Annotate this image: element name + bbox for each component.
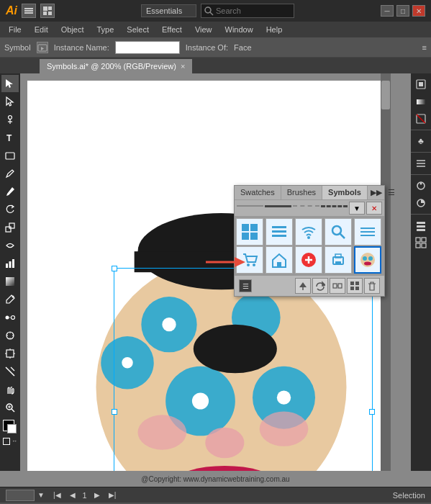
delete-symbol-button[interactable] [364,278,380,294]
pencil-tool[interactable] [1,165,19,182]
symbol-sprayer-tool[interactable] [1,327,19,344]
link-button[interactable] [330,278,345,294]
right-color-btn[interactable] [413,76,429,92]
right-opacity-btn[interactable] [413,195,429,211]
panel-tab-overflow[interactable]: ▶▶ [368,186,385,199]
symbols-grid-view-btn[interactable] [347,278,363,294]
menu-window[interactable]: Window [219,24,259,35]
maximize-button[interactable]: □ [396,5,409,17]
symbol-printer-icon[interactable] [325,246,352,274]
menu-help[interactable]: Help [260,24,289,35]
menu-file[interactable]: File [3,24,27,35]
panel-tabs: Swatches Brushes Symbols ▶▶ ☰ [235,186,384,200]
tab-symbols[interactable]: Symbols [322,186,368,199]
right-lines-btn[interactable] [413,156,429,171]
instance-name-input[interactable] [115,41,180,54]
svg-rect-96 [355,287,359,290]
menu-edit[interactable]: Edit [29,24,54,35]
symbol-plus-icon[interactable] [295,246,322,274]
line-style-3[interactable] [293,205,319,211]
gradient-tool[interactable] [1,273,19,290]
slice-tool[interactable] [1,363,19,380]
menu-view[interactable]: View [189,24,218,35]
first-page-btn[interactable]: |◀ [52,491,63,499]
rotate-tool[interactable] [1,201,19,218]
panel-menu-button[interactable]: ☰ [385,186,398,199]
symbol-grid-icon[interactable] [236,218,263,246]
panel-footer-list-btn[interactable]: ☰ [239,279,252,292]
line-style-2[interactable] [265,205,291,211]
right-layers-btn[interactable] [413,217,429,233]
menu-type[interactable]: Type [91,24,120,35]
artboard-tool[interactable] [1,345,19,362]
next-page-btn[interactable]: ▶ [93,491,101,499]
symbol-lines-icon[interactable] [266,218,293,246]
canvas-area[interactable]: Swatches Brushes Symbols ▶▶ ☰ ▼ ✕ [20,73,411,471]
graph-tool[interactable] [1,255,19,272]
brush-tool[interactable] [1,183,19,200]
warp-tool[interactable] [1,237,19,254]
menu-select[interactable]: Select [121,24,155,35]
right-clover-btn[interactable]: ♣ [413,133,429,149]
direct-selection-tool[interactable] [1,93,19,110]
close-button[interactable]: ✕ [412,5,425,17]
tab-swatches[interactable]: Swatches [235,186,281,199]
symbol-lines2-icon[interactable] [354,218,381,246]
panel-dropdown-btn[interactable]: ▼ [349,202,365,215]
right-gradient-btn[interactable] [413,94,429,109]
svg-rect-20 [12,259,14,268]
place-symbol-button[interactable] [295,278,311,294]
search-input[interactable] [214,5,286,17]
right-circle-btn[interactable] [413,178,429,194]
type-tool[interactable]: T [1,129,19,146]
workspace-dropdown[interactable]: Essentials [141,4,196,17]
shape-tool[interactable] [1,147,19,164]
zoom-tool[interactable] [1,399,19,416]
right-artboards-btn[interactable] [413,235,429,251]
svg-line-8 [210,12,213,15]
zoom-input[interactable]: 200% [6,490,35,501]
symbol-house-icon[interactable] [266,246,293,274]
prev-page-btn[interactable]: ◀ [68,491,77,499]
selection-tool[interactable] [1,75,19,92]
scale-tool[interactable] [1,219,19,236]
panel-icon[interactable] [22,4,36,18]
svg-point-7 [205,7,211,13]
svg-rect-4 [48,6,52,10]
svg-rect-31 [6,350,14,357]
line-style-1[interactable] [237,205,263,211]
loop-button[interactable] [312,278,328,294]
panel-close-btn[interactable]: ✕ [366,202,382,215]
eyedropper-tool[interactable] [1,291,19,308]
title-center: Essentials [141,4,294,18]
tab-brushes[interactable]: Brushes [281,186,322,199]
scroll-thumb[interactable] [381,81,390,109]
right-panel: ♣ [411,73,431,471]
svg-marker-89 [322,282,325,286]
last-page-btn[interactable]: ▶| [107,491,118,499]
color-swatch[interactable] [1,420,19,437]
menu-object[interactable]: Object [55,24,90,35]
panel-icon2[interactable] [40,4,55,18]
menu-effect[interactable]: Effect [156,24,188,35]
pen-tool[interactable] [1,111,19,128]
symbol-face-icon[interactable] [354,246,381,274]
symbol-wifi-icon[interactable] [295,218,322,246]
hand-tool[interactable] [1,381,19,398]
right-divider2 [411,152,431,153]
doc-tab-close-button[interactable]: × [181,62,185,71]
svg-point-74 [247,264,250,266]
line-style-4[interactable] [321,205,348,211]
symbol-search-icon[interactable] [325,218,352,246]
minimize-button[interactable]: ─ [381,5,394,17]
doc-tab[interactable]: Symbols.ai* @ 200% (RGB/Preview) × [40,59,192,73]
svg-point-51 [192,392,209,409]
context-options-button[interactable]: ≡ [422,43,427,52]
instance-of-label: Instance Of: [186,43,228,52]
svg-point-49 [122,357,132,368]
fill-stroke-swap[interactable]: ↔ [1,438,19,448]
zoom-dropdown-btn[interactable]: ▼ [36,491,46,499]
page-number: 1 [83,491,87,500]
blend-tool[interactable] [1,309,19,326]
right-none-btn[interactable] [413,111,429,127]
